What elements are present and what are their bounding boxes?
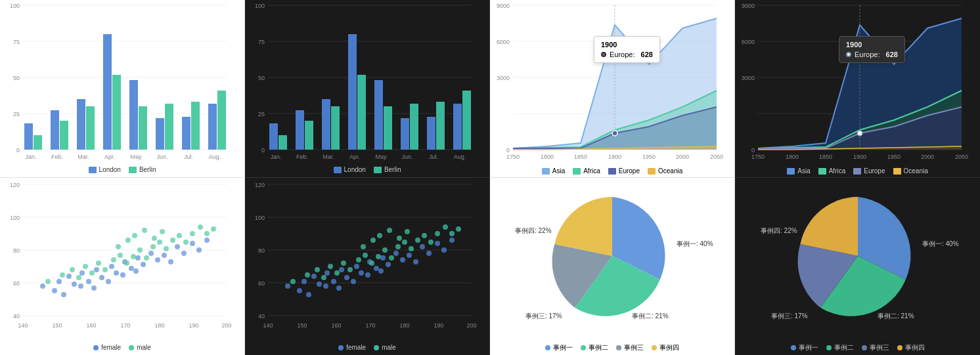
svg-point-81 [102,267,108,272]
svg-rect-19 [139,106,147,150]
svg-text:170: 170 [120,322,130,329]
pie-chart-light: 事例一: 40% 事例二: 21% 事例三: 17% 事例四: 22% 事例一 … [490,177,734,355]
svg-point-156 [301,279,307,284]
svg-point-214 [405,229,410,234]
svg-point-205 [435,231,440,236]
svg-point-70 [181,251,187,256]
svg-rect-21 [165,104,173,150]
bar-dark-legend: London Berlin [245,166,489,173]
svg-text:Apr.: Apr. [104,154,115,160]
svg-point-83 [118,253,123,258]
svg-point-51 [86,279,91,284]
svg-text:0: 0 [16,147,20,154]
svg-text:Jan.: Jan. [25,154,36,160]
svg-rect-126 [331,106,340,150]
svg-text:150: 150 [297,322,307,329]
svg-text:60: 60 [13,280,20,287]
svg-point-236 [612,131,617,136]
svg-point-192 [347,267,353,272]
svg-point-90 [164,246,169,251]
svg-point-47 [66,274,72,279]
svg-point-49 [61,292,66,297]
svg-text:Apr.: Apr. [349,154,360,160]
svg-text:May: May [130,154,142,160]
svg-point-80 [96,261,101,266]
svg-point-100 [132,233,137,238]
svg-point-176 [393,251,399,256]
svg-text:75: 75 [258,39,265,45]
svg-text:170: 170 [365,322,375,329]
svg-text:80: 80 [258,247,265,254]
legend-asia-light: Asia [542,167,565,175]
legend-male-dark: male [374,344,396,351]
svg-point-157 [297,288,302,293]
svg-rect-17 [112,75,121,150]
bar-light-legend: London Berlin [0,166,244,173]
svg-text:事例一: 40%: 事例一: 40% [922,240,959,247]
svg-point-197 [382,247,388,253]
svg-text:120: 120 [10,182,20,188]
svg-rect-25 [217,91,226,150]
svg-text:100: 100 [255,3,265,9]
svg-point-187 [315,267,320,272]
svg-text:100: 100 [10,215,20,221]
svg-rect-15 [86,106,95,150]
svg-point-78 [83,264,88,269]
svg-point-89 [157,240,162,245]
svg-point-92 [177,233,182,238]
svg-point-54 [99,275,104,280]
svg-point-182 [435,241,440,246]
legend-female: female [93,344,121,351]
svg-text:200: 200 [221,322,231,329]
svg-point-45 [56,279,62,284]
svg-text:May: May [375,154,387,160]
svg-rect-128 [357,75,366,150]
svg-point-56 [109,264,114,269]
svg-text:160: 160 [86,322,96,329]
legend-female-dark: female [338,344,366,351]
svg-point-189 [328,264,333,269]
svg-text:Feb.: Feb. [51,154,63,160]
svg-point-188 [321,275,326,280]
svg-rect-121 [269,123,278,150]
svg-point-67 [162,253,167,258]
legend-oceania-light: Oceania [648,167,682,175]
svg-text:40: 40 [258,313,265,320]
svg-point-95 [198,224,203,230]
svg-point-48 [72,282,77,287]
svg-point-178 [407,253,412,258]
panel-light-area-pie: 9000 6000 3000 0 1750 1800 1850 [490,0,735,355]
svg-point-98 [116,244,121,249]
svg-point-212 [387,228,392,233]
legend-europe-light: Europe [608,167,640,175]
svg-point-203 [422,233,427,238]
pie-light-legend: 事例一 事例二 事例三 事例四 [490,343,734,352]
svg-point-262 [857,131,862,136]
svg-text:Jul.: Jul. [429,154,438,160]
svg-text:1800: 1800 [541,154,554,160]
svg-text:75: 75 [13,39,20,45]
panel-dark-area-pie: 9000 6000 3000 0 1750 1800 1850 1900 195… [735,0,980,355]
svg-point-85 [131,254,136,259]
area-light-legend: Asia Africa Europe Oceania [490,167,734,175]
svg-text:180: 180 [399,322,409,329]
svg-text:1950: 1950 [642,154,656,160]
svg-text:事例四: 22%: 事例四: 22% [515,227,552,234]
legend-case3-light: 事例三 [616,343,644,352]
area-chart-dark: 9000 6000 3000 0 1750 1800 1850 1900 195… [735,0,980,177]
svg-text:50: 50 [13,75,20,81]
svg-point-84 [124,261,129,266]
svg-point-64 [133,268,139,274]
svg-point-63 [141,262,146,267]
svg-point-196 [376,254,381,259]
svg-point-167 [354,264,359,269]
svg-point-179 [413,259,418,264]
svg-point-91 [170,238,175,243]
svg-point-72 [196,247,202,253]
area-chart-light: 9000 6000 3000 0 1750 1800 1850 [490,0,734,177]
svg-rect-13 [60,121,68,150]
svg-point-177 [400,257,405,262]
svg-text:1850: 1850 [819,154,832,160]
legend-london-dark: London [334,166,366,173]
svg-point-180 [420,244,425,249]
